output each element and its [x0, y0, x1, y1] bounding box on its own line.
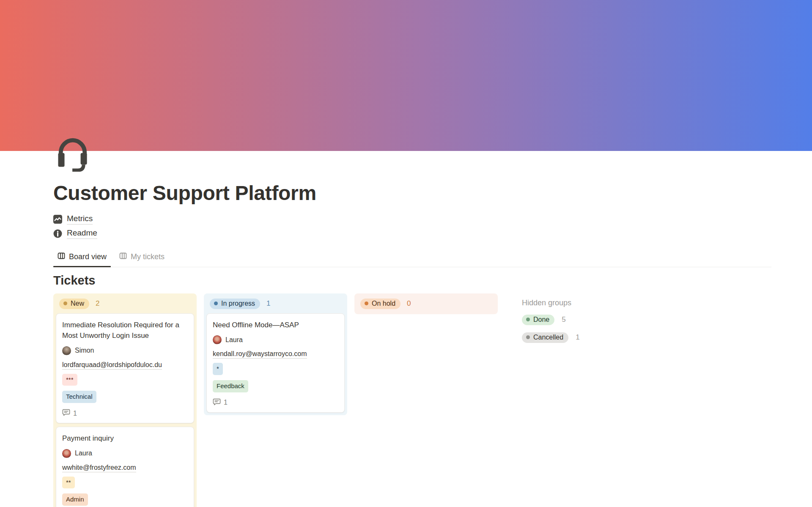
priority-badge: * [213, 363, 223, 375]
hidden-group-cancelled: Cancelled 1 [522, 332, 580, 343]
cover-image [0, 0, 812, 151]
status-dot [526, 318, 530, 321]
avatar [213, 335, 222, 344]
hidden-group-pill-cancelled[interactable]: Cancelled [522, 332, 568, 343]
hidden-groups: Hidden groups Done 5 Cancelled 1 [522, 293, 580, 343]
hidden-group-done-count: 5 [562, 315, 565, 324]
metrics-link[interactable]: Metrics [53, 212, 93, 227]
hidden-group-cancelled-label: Cancelled [533, 334, 563, 341]
headphones-icon[interactable] [56, 133, 90, 172]
kanban-board: New 2 Immediate Resolution Required for … [53, 293, 771, 507]
avatar [62, 449, 71, 458]
card-person: Laura [62, 449, 188, 458]
card-email: kendall.roy@waystarroyco.com [213, 350, 307, 358]
comment-count: 1 [62, 409, 188, 418]
status-dot [365, 301, 368, 305]
hidden-group-done: Done 5 [522, 315, 580, 325]
tab-my-tickets-label: My tickets [131, 252, 165, 261]
info-icon [53, 229, 62, 238]
category-badge: Technical [62, 391, 96, 403]
status-dot [526, 335, 530, 339]
column-in-progress-header: In progress 1 [206, 296, 345, 312]
priority-badge: *** [62, 374, 77, 386]
comment-bubble-icon [213, 398, 221, 407]
ticket-card-offline-mode[interactable]: Need Offline Mode—ASAP Laura kendall.roy… [206, 313, 345, 413]
category-row: Feedback [213, 380, 338, 392]
hidden-group-pill-done[interactable]: Done [522, 315, 554, 325]
page-content: Customer Support Platform Metrics Readme [0, 151, 812, 507]
hidden-group-cancelled-count: 1 [576, 333, 579, 342]
ticket-card-login-issue[interactable]: Immediate Resolution Required for a Most… [56, 313, 194, 424]
priority-row: * [213, 363, 338, 375]
readme-link[interactable]: Readme [53, 227, 97, 241]
column-in-progress: In progress 1 Need Offline Mode—ASAP Lau… [204, 293, 347, 415]
board-columns-icon [119, 252, 127, 262]
metrics-link-label: Metrics [67, 214, 93, 225]
column-new-count: 2 [96, 299, 99, 308]
view-tabs: Board view My tickets [53, 249, 771, 267]
comment-count: 1 [213, 398, 338, 407]
column-on-hold-count: 0 [407, 299, 411, 308]
page-title: Customer Support Platform [53, 181, 771, 206]
person-name: Laura [75, 449, 92, 457]
card-title: Need Offline Mode—ASAP [213, 320, 332, 331]
priority-row: *** [62, 374, 188, 386]
ticket-card-payment-inquiry[interactable]: Payment inquiry Laura wwhite@frostyfreez… [56, 427, 194, 507]
board-columns-icon [58, 252, 65, 262]
status-dot [63, 301, 67, 305]
chart-icon [53, 215, 62, 224]
comment-bubble-icon [62, 409, 70, 418]
column-on-hold: On hold 0 [354, 293, 498, 314]
column-new-label: New [71, 300, 84, 307]
category-badge: Admin [62, 493, 88, 506]
column-on-hold-label: On hold [372, 300, 395, 307]
column-pill-on-hold[interactable]: On hold [360, 299, 401, 309]
card-title: Payment inquiry [62, 433, 181, 444]
tab-my-tickets[interactable]: My tickets [115, 249, 169, 267]
tab-board-view[interactable]: Board view [53, 249, 111, 267]
category-row: Technical [62, 391, 188, 403]
column-in-progress-label: In progress [221, 300, 255, 307]
column-new-header: New 2 [56, 296, 194, 312]
column-pill-new[interactable]: New [59, 299, 89, 309]
page-links: Metrics Readme [53, 212, 771, 241]
status-dot [214, 301, 218, 305]
person-name: Simon [75, 347, 94, 354]
section-title: Tickets [53, 274, 771, 288]
avatar [62, 346, 71, 355]
hidden-groups-title: Hidden groups [522, 299, 580, 307]
card-person: Simon [62, 346, 188, 355]
person-name: Laura [225, 336, 243, 344]
hidden-group-done-label: Done [533, 316, 549, 323]
priority-row: ** [62, 477, 188, 489]
card-email: lordfarquaad@lordshipofduloc.du [62, 361, 162, 369]
column-new: New 2 Immediate Resolution Required for … [53, 293, 197, 507]
column-in-progress-count: 1 [266, 299, 270, 308]
card-title: Immediate Resolution Required for a Most… [62, 320, 181, 341]
category-row: Admin [62, 493, 188, 506]
tab-board-view-label: Board view [69, 252, 107, 261]
column-on-hold-header: On hold 0 [357, 296, 495, 312]
card-email: wwhite@frostyfreez.com [62, 464, 136, 471]
priority-badge: ** [62, 477, 75, 489]
readme-link-label: Readme [67, 228, 97, 239]
card-person: Laura [213, 335, 338, 344]
column-pill-in-progress[interactable]: In progress [210, 299, 260, 309]
category-badge: Feedback [213, 380, 248, 392]
